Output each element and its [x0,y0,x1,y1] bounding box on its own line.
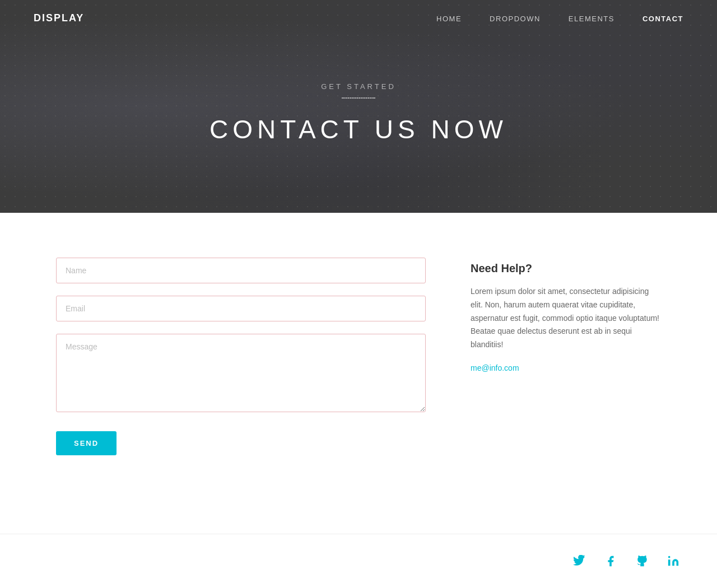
email-input[interactable] [56,296,426,321]
send-button[interactable]: SEND [56,431,117,455]
navbar: DISPLAY HOMEDROPDOWNELEMENTSCONTACT [0,0,717,36]
facebook-icon[interactable] [600,551,621,571]
contact-form-section: SEND [56,258,426,455]
linkedin-icon[interactable] [663,551,683,571]
nav-links: HOMEDROPDOWNELEMENTSCONTACT [436,13,683,24]
hero-divider [342,97,375,99]
email-field-group [56,296,426,321]
nav-link-home[interactable]: HOME [436,15,462,23]
name-field-group [56,258,426,283]
main-content: SEND Need Help? Lorem ipsum dolor sit am… [0,213,717,489]
message-field-group [56,334,426,414]
hero-title: CONTACT US NOW [209,114,508,144]
hero-content: GET STARTED CONTACT US NOW [0,36,717,213]
svg-point-0 [668,556,671,558]
site-logo[interactable]: DISPLAY [34,12,84,24]
help-email-link[interactable]: me@info.com [471,363,519,372]
help-body: Lorem ipsum dolor sit amet, consectetur … [471,285,661,352]
nav-link-elements[interactable]: ELEMENTS [569,15,614,23]
name-input[interactable] [56,258,426,283]
nav-link-contact[interactable]: CONTACT [642,15,683,23]
help-title: Need Help? [471,262,661,275]
help-section: Need Help? Lorem ipsum dolor sit amet, c… [471,258,661,373]
github-icon[interactable] [632,551,652,571]
twitter-icon[interactable] [569,551,589,571]
message-input[interactable] [56,334,426,412]
hero-section: DISPLAY HOMEDROPDOWNELEMENTSCONTACT GET … [0,0,717,213]
nav-link-dropdown[interactable]: DROPDOWN [490,15,541,23]
footer [0,534,717,588]
social-icons-group [569,551,683,571]
hero-subtitle: GET STARTED [321,82,396,91]
